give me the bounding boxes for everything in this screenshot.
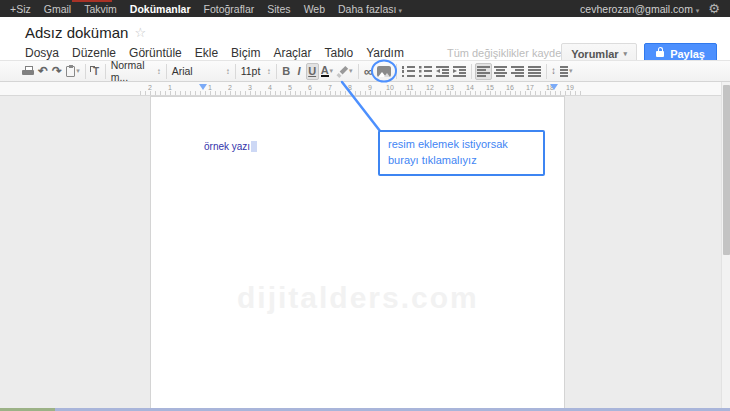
ruler-number: 4 [260,83,280,95]
align-left-button[interactable] [475,63,492,80]
underline-icon: U [308,65,316,77]
chevron-down-icon: ▾ [76,67,80,75]
menu-item[interactable]: Yardım [366,46,404,60]
ruler-number: 16 [500,83,520,95]
topnav-item[interactable]: Daha fazlası▾ [338,3,402,15]
undo-icon: ↶ [38,64,48,78]
align-center-icon [494,66,507,77]
toolbar-separator [276,64,277,79]
left-margin-marker[interactable] [199,84,207,90]
toolbar-separator [546,64,547,79]
highlight-icon [337,66,348,77]
italic-button[interactable]: I [293,63,306,80]
paint-format-icon: T [91,66,99,77]
ruler-number: 8 [340,83,360,95]
ruler-number: 12 [420,83,440,95]
chevron-down-icon: ▾ [624,50,628,58]
ruler-number: 15 [480,83,500,95]
menu-item[interactable]: Dosya [25,46,59,60]
title-row: Adsız doküman ☆ [25,17,730,41]
document-text[interactable]: örnek yazı [204,141,257,152]
chevron-down-icon: ▾ [569,67,573,75]
topnav-item[interactable]: +Siz [10,3,31,15]
align-justify-button[interactable] [526,63,543,80]
insert-link-button[interactable]: ∞ [362,63,375,80]
topnav-item[interactable]: Gmail [44,3,71,15]
ruler-number: 5 [280,83,300,95]
topbar-right: cevherozan@gmail.com ▾ ⚙ [580,2,720,15]
annotation-callout: resim eklemek istiyorsak burayı tıklamal… [378,130,545,176]
select-arrows-icon: ↕ [157,67,161,76]
outdent-icon [436,66,449,77]
topnav-item[interactable]: Sites [267,3,290,15]
menu-item[interactable]: Düzenle [72,46,116,60]
google-services-nav: +SizGmailTakvimDokümanlarFotoğraflarSite… [10,3,402,15]
styles-select[interactable]: Normal m...↕ [109,63,163,80]
menu-item[interactable]: Ekle [195,46,218,60]
ruler-number: 19 [560,83,580,95]
select-arrows-icon: ↕ [226,67,230,76]
menu-item[interactable]: Biçim [231,46,260,60]
menu-item[interactable]: Tablo [324,46,353,60]
chevron-down-icon: ▾ [330,67,334,75]
bold-icon: B [282,65,290,77]
font-select[interactable]: Arial↕ [170,63,232,80]
lock-icon [656,51,664,57]
account-menu[interactable]: cevherozan@gmail.com ▾ [580,3,699,15]
undo-button[interactable]: ↶ [36,63,50,80]
star-icon[interactable]: ☆ [134,25,146,40]
bullet-list-button[interactable] [417,63,434,80]
print-button[interactable] [20,63,36,80]
editor-toolbar: ↶ ↷ ▾ T Normal m...↕ Arial↕ 11pt↕ B I U … [0,60,730,82]
scrollbar-thumb[interactable] [723,85,730,255]
menu-item[interactable]: Görüntüle [129,46,182,60]
toolbar-separator [396,64,397,79]
ruler-number: 2 [220,83,240,95]
chevron-down-icon: ▾ [398,7,402,14]
outdent-button[interactable] [434,63,451,80]
gear-icon[interactable]: ⚙ [708,2,720,15]
topnav-item[interactable]: Web [304,3,325,15]
chevron-down-icon: ▾ [696,7,700,14]
right-margin-marker[interactable] [550,84,558,90]
align-justify-icon [528,66,541,77]
topnav-item[interactable]: Takvim [84,3,117,15]
underline-button[interactable]: U [306,63,319,80]
scrollbar-track[interactable] [721,82,730,408]
font-size-select[interactable]: 11pt↕ [239,63,273,80]
print-icon [22,66,34,76]
line-spacing-icon: ↕ [552,66,568,77]
topnav-item[interactable]: Fotoğraflar [204,3,255,15]
toolbar-separator [471,64,472,79]
insert-link-icon: ∞ [364,64,373,79]
align-center-button[interactable] [492,63,509,80]
toolbar-separator [235,64,236,79]
highlight-button[interactable]: ▾ [335,63,355,80]
align-right-button[interactable] [509,63,526,80]
paint-format-button[interactable]: T [89,63,102,80]
ruler-number: 3 [240,83,260,95]
ruler-number: 2 [140,83,160,95]
bold-button[interactable]: B [280,63,293,80]
document-title[interactable]: Adsız doküman [25,24,128,41]
indent-icon [453,66,466,77]
ruler-number [180,83,200,95]
ruler-number: 11 [400,83,420,95]
active-service-indicator [72,0,112,2]
redo-button[interactable]: ↷ [50,63,64,80]
web-clipboard-button[interactable]: ▾ [64,63,82,80]
align-left-icon [477,66,490,77]
numbered-list-button[interactable] [400,63,417,80]
indent-button[interactable] [451,63,468,80]
menu-item[interactable]: Araçlar [273,46,311,60]
ruler-number: 10 [380,83,400,95]
text-color-button[interactable]: A▾ [319,63,335,80]
line-spacing-button[interactable]: ↕▾ [550,63,575,80]
insert-image-icon [377,66,391,77]
italic-icon: I [298,65,301,77]
ruler-number: 9 [360,83,380,95]
insert-image-button[interactable] [375,63,393,80]
topnav-item[interactable]: Dokümanlar [130,3,191,15]
ruler-number: 1 [160,83,180,95]
redo-icon: ↷ [52,64,62,78]
